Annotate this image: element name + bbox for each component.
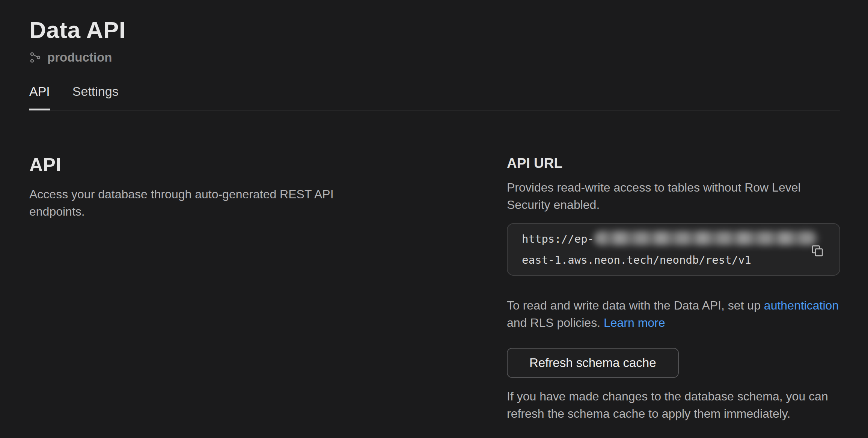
tab-api[interactable]: API bbox=[29, 84, 50, 110]
auth-note: To read and write data with the Data API… bbox=[507, 297, 840, 331]
api-section-description: Access your database through auto-genera… bbox=[29, 186, 341, 220]
redacted-url-segment bbox=[594, 231, 818, 245]
tab-bar: API Settings bbox=[29, 84, 840, 110]
data-api-page: Data API production API Settings API Acc… bbox=[0, 0, 868, 438]
authentication-link[interactable]: authentication bbox=[764, 299, 839, 312]
tab-settings[interactable]: Settings bbox=[72, 84, 119, 110]
auth-note-text-before: To read and write data with the Data API… bbox=[507, 299, 764, 312]
page-title: Data API bbox=[29, 17, 840, 43]
api-url-heading: API URL bbox=[507, 156, 840, 171]
branch-name: production bbox=[47, 50, 112, 65]
page-content: Data API production API Settings API Acc… bbox=[0, 0, 868, 422]
api-section: API Access your database through auto-ge… bbox=[29, 154, 507, 220]
refresh-schema-description: If you have made changes to the database… bbox=[507, 388, 840, 422]
api-url-description: Provides read-write access to tables wit… bbox=[507, 179, 840, 213]
api-url-prefix: https://ep- bbox=[522, 233, 594, 245]
learn-more-link[interactable]: Learn more bbox=[604, 316, 665, 329]
main-columns: API Access your database through auto-ge… bbox=[29, 154, 840, 422]
branch-indicator: production bbox=[29, 50, 840, 65]
api-url-line-2: east-1.aws.neon.tech/neondb/rest/v1 bbox=[522, 249, 794, 270]
auth-note-text-middle: and RLS policies. bbox=[507, 316, 604, 329]
api-url-section: API URL Provides read-write access to ta… bbox=[507, 154, 840, 422]
branch-icon bbox=[29, 51, 41, 63]
copy-icon bbox=[810, 243, 824, 258]
api-url-line-1: https://ep- bbox=[522, 228, 794, 249]
api-url-code-box: https://ep- east-1.aws.neon.tech/neondb/… bbox=[507, 223, 840, 276]
api-section-heading: API bbox=[29, 154, 507, 176]
refresh-schema-cache-button[interactable]: Refresh schema cache bbox=[507, 348, 679, 378]
copy-button[interactable] bbox=[809, 243, 825, 259]
